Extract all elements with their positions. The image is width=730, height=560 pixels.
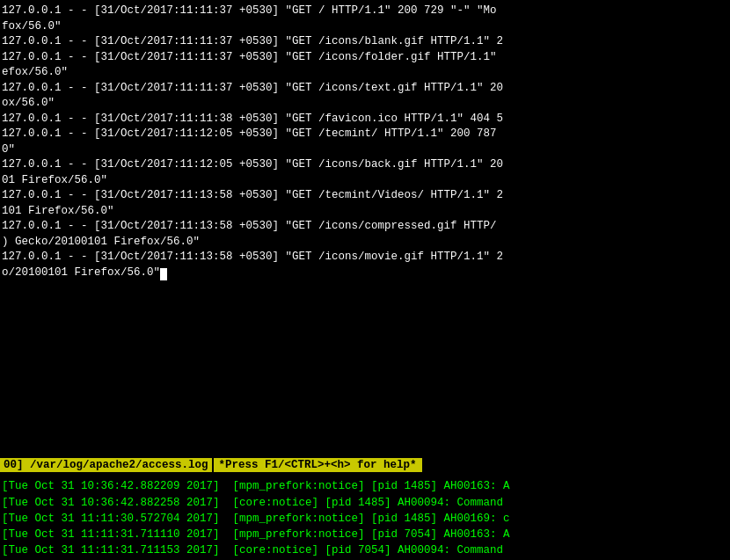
- log-line-5: efox/56.0": [2, 65, 728, 81]
- log-line-11: 127.0.0.1 - - [31/Oct/2017:11:12:05 +053…: [2, 157, 728, 173]
- error-line-1: [Tue Oct 31 10:36:42.882209 2017] [mpm_p…: [2, 478, 728, 494]
- log-line-1: 127.0.0.1 - - [31/Oct/2017:11:11:37 +053…: [2, 4, 728, 19]
- status-hint: *Press F1/<CTRL>+<h> for help*: [214, 458, 422, 472]
- log-line-12: 01 Firefox/56.0": [2, 173, 728, 189]
- error-line-4: [Tue Oct 31 11:11:31.711110 2017] [mpm_p…: [2, 527, 728, 542]
- log-line-15: 127.0.0.1 - - [31/Oct/2017:11:13:58 +053…: [2, 219, 728, 235]
- top-log-section: 127.0.0.1 - - [31/Oct/2017:11:11:37 +053…: [0, 0, 730, 383]
- log-line-13: 127.0.0.1 - - [31/Oct/2017:11:13:58 +053…: [2, 188, 728, 204]
- status-bar: 00] /var/log/apache2/access.log *Press F…: [0, 454, 730, 476]
- log-line-4: 127.0.0.1 - - [31/Oct/2017:11:11:37 +053…: [2, 50, 728, 66]
- log-line-16: ) Gecko/20100101 Firefox/56.0": [2, 235, 728, 251]
- bottom-log-section: [Tue Oct 31 10:36:42.882209 2017] [mpm_p…: [0, 476, 730, 560]
- log-line-7: ox/56.0": [2, 96, 728, 112]
- log-line-17: 127.0.0.1 - - [31/Oct/2017:11:13:58 +053…: [2, 250, 728, 265]
- log-line-9: 127.0.0.1 - - [31/Oct/2017:11:12:05 +053…: [2, 127, 728, 142]
- log-line-8: 127.0.0.1 - - [31/Oct/2017:11:11:38 +053…: [2, 112, 728, 127]
- log-line-2: fox/56.0": [2, 19, 728, 35]
- log-line-3: 127.0.0.1 - - [31/Oct/2017:11:11:37 +053…: [2, 34, 728, 50]
- error-line-2: [Tue Oct 31 10:36:42.882258 2017] [core:…: [2, 495, 728, 511]
- log-line-18: o/20100101 Firefox/56.0": [2, 265, 728, 281]
- log-line-14: 101 Firefox/56.0": [2, 204, 728, 220]
- status-line: 00] /var/log/apache2/access.log *Press F…: [0, 455, 730, 475]
- error-line-5: [Tue Oct 31 11:11:31.711153 2017] [core:…: [2, 542, 728, 558]
- empty-gap: [0, 383, 730, 454]
- log-line-6: 127.0.0.1 - - [31/Oct/2017:11:11:37 +053…: [2, 81, 728, 97]
- cursor: [160, 268, 167, 280]
- terminal-window: 127.0.0.1 - - [31/Oct/2017:11:11:37 +053…: [0, 0, 730, 560]
- status-filename: 00] /var/log/apache2/access.log: [0, 458, 212, 472]
- error-line-3: [Tue Oct 31 11:11:30.572704 2017] [mpm_p…: [2, 511, 728, 527]
- log-line-10: 0": [2, 142, 728, 158]
